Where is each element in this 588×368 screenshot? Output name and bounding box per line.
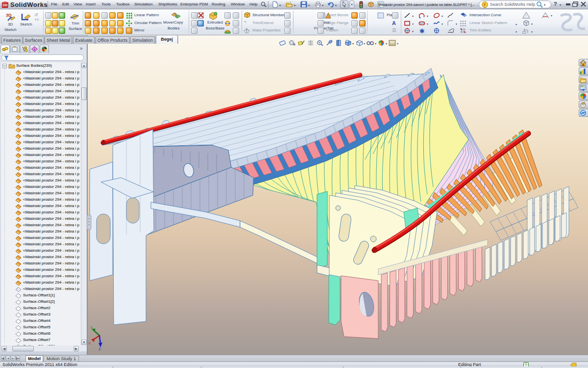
svg-text:?: ? — [484, 2, 486, 7]
svg-text:Y: Y — [90, 325, 93, 330]
svg-text:SW: SW — [2, 3, 8, 7]
svg-text:X: X — [88, 341, 91, 345]
svg-text:Z: Z — [98, 347, 101, 351]
svg-text:!: ! — [526, 14, 527, 18]
